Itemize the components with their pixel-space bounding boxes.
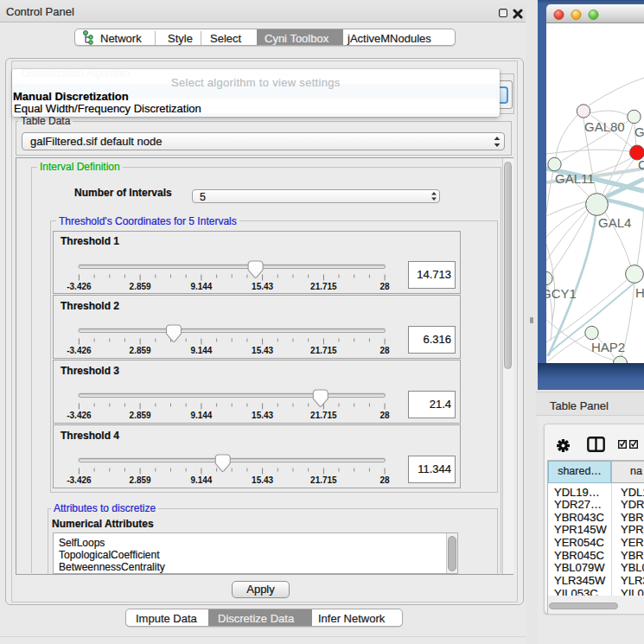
svg-text:GAL4: GAL4: [598, 215, 631, 230]
svg-text:-3.426: -3.426: [67, 282, 92, 291]
svg-text:21.715: 21.715: [310, 346, 337, 355]
svg-text:28: 28: [380, 346, 391, 355]
svg-text:2.859: 2.859: [130, 411, 151, 420]
svg-text:-3.426: -3.426: [67, 346, 92, 355]
svg-text:-3.426: -3.426: [67, 475, 92, 485]
svg-text:15.43: 15.43: [252, 346, 273, 355]
svg-text:G.: G.: [634, 124, 644, 139]
svg-text:-3.426: -3.426: [67, 411, 92, 420]
svg-text:15.43: 15.43: [252, 282, 273, 291]
svg-text:2.859: 2.859: [130, 282, 151, 291]
svg-text:21.715: 21.715: [310, 411, 337, 420]
svg-text:28: 28: [380, 282, 391, 291]
svg-text:H: H: [635, 285, 644, 300]
svg-text:21.715: 21.715: [310, 282, 337, 291]
svg-text:HAP2: HAP2: [591, 340, 625, 354]
svg-text:21.715: 21.715: [310, 475, 337, 485]
svg-text:C: C: [638, 157, 644, 172]
svg-text:2.859: 2.859: [130, 346, 151, 355]
svg-text:9.144: 9.144: [190, 346, 212, 355]
svg-text:2.859: 2.859: [130, 475, 151, 485]
svg-text:9.144: 9.144: [190, 411, 212, 420]
svg-text:15.43: 15.43: [252, 475, 273, 485]
svg-text:GCY1: GCY1: [546, 286, 577, 301]
svg-text:15.43: 15.43: [252, 411, 273, 420]
svg-text:9.144: 9.144: [190, 475, 212, 485]
svg-text:9.144: 9.144: [190, 282, 212, 291]
svg-text:GAL11: GAL11: [555, 171, 595, 186]
svg-text:28: 28: [380, 475, 391, 485]
svg-text:GAL80: GAL80: [584, 119, 625, 134]
svg-text:28: 28: [380, 411, 391, 420]
